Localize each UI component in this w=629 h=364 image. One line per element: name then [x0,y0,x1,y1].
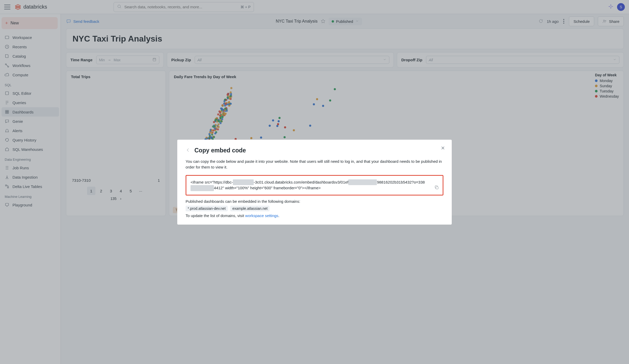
modal-overlay[interactable]: Copy embed code You can copy the code be… [0,0,629,364]
domain-pill: example.atlassian.net [230,206,270,211]
domain-pill: *.prod.atlassian-dev.net [186,206,228,211]
workspace-settings-link[interactable]: workspace settings [245,213,278,218]
modal-title: Copy embed code [194,147,246,154]
modal-description: You can copy the code below and paste it… [186,159,443,170]
close-icon[interactable] [440,145,445,151]
back-arrow-icon[interactable] [186,147,191,153]
copy-icon[interactable] [434,185,439,192]
update-hint: To update the list of domains, visit wor… [186,213,443,218]
domains-intro: Published dashboards can be embedded in … [186,199,443,204]
svg-rect-297 [436,187,438,189]
embed-code-modal: Copy embed code You can copy the code be… [177,140,452,225]
embed-code-box[interactable]: <iframe src="https://dbc-XXXXXXXX-3c01.c… [186,175,443,196]
